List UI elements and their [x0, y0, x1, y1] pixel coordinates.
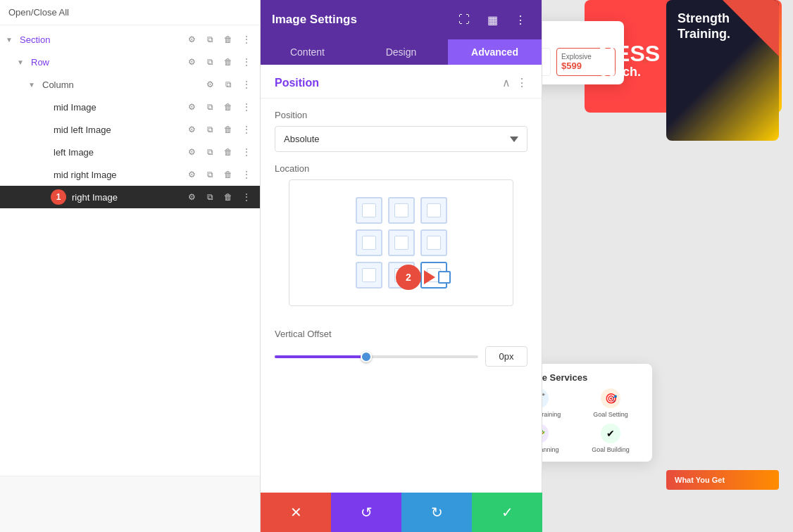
active-location-indicator: [438, 271, 451, 284]
slider-thumb[interactable]: [361, 351, 372, 362]
position-section-title: Position: [275, 77, 319, 89]
position-field-label: Position: [275, 110, 527, 120]
tree-item-left-image[interactable]: left Image ⚙ ⧉ 🗑 ⋮: [0, 141, 260, 163]
grid-cell-mid-center[interactable]: [388, 229, 415, 256]
tab-advanced[interactable]: Advanced: [448, 39, 542, 65]
service2-name: Goal Setting: [593, 411, 628, 418]
settings-header: Image Settings ⛶ ▦ ⋮: [261, 0, 542, 39]
position-section-header: Position ∧ ⋮: [261, 65, 542, 99]
strength-card: Strength Training.: [666, 0, 779, 141]
settings-body: Position ∧ ⋮ Position Absolute Static Re…: [261, 65, 542, 532]
footer-buttons: ✕ ↺ ↻ ✓: [261, 493, 542, 532]
row-duplicate-btn[interactable]: ⧉: [202, 54, 218, 70]
position-more-btn[interactable]: ⋮: [516, 76, 527, 89]
mid-image-settings-btn[interactable]: ⚙: [184, 99, 199, 115]
mid-image-delete-btn[interactable]: 🗑: [220, 99, 236, 115]
more-options-icon[interactable]: ⋮: [511, 10, 530, 30]
vertical-offset-label: Vertical Offset: [275, 329, 527, 339]
cancel-button[interactable]: ✕: [261, 493, 331, 532]
confirm-button[interactable]: ✓: [472, 493, 542, 532]
header-actions: ⛶ ▦ ⋮: [454, 10, 530, 30]
column-more-btn[interactable]: ⋮: [239, 77, 254, 92]
mid-right-image-delete-btn[interactable]: 🗑: [220, 167, 236, 182]
position-select[interactable]: Absolute Static Relative Fixed: [275, 126, 527, 152]
tree-item-mid-left-image[interactable]: mid left Image ⚙ ⧉ 🗑 ⋮: [0, 118, 260, 141]
mid-left-image-delete-btn[interactable]: 🗑: [220, 122, 236, 137]
position-collapse-btn[interactable]: ∧: [502, 76, 511, 89]
services-card: One Time Services 🏋 Weight Training 🎯 Go…: [542, 364, 652, 462]
location-field-label: Location: [275, 163, 527, 174]
mid-image-duplicate-btn[interactable]: ⧉: [202, 99, 218, 115]
service-1: 🏋 Weight Training: [542, 388, 572, 418]
row-arrow[interactable]: ▼: [17, 58, 28, 66]
vertical-offset-value[interactable]: 0px: [485, 346, 527, 367]
row-delete-btn[interactable]: 🗑: [220, 54, 236, 70]
tree-item-column[interactable]: ▼ Column ⚙ ⧉ ⋮: [0, 73, 260, 96]
tree-item-row[interactable]: ▼ Row ⚙ ⧉ 🗑 ⋮: [0, 51, 260, 73]
row-more-btn[interactable]: ⋮: [239, 54, 254, 70]
grid-cell-top-right[interactable]: [420, 197, 447, 224]
what-you-get-banner: What You Get: [666, 470, 779, 490]
left-image-settings-btn[interactable]: ⚙: [184, 144, 199, 160]
section-more-btn[interactable]: ⋮: [239, 32, 254, 47]
redo-button[interactable]: ↻: [401, 493, 472, 532]
mid-left-image-more-btn[interactable]: ⋮: [239, 122, 254, 137]
mid-right-image-more-btn[interactable]: ⋮: [239, 167, 254, 182]
top-bar: Open/Close All: [0, 0, 260, 25]
grid-cell-mid-left[interactable]: [356, 229, 382, 256]
layer-tree: ▼ Section ⚙ ⧉ 🗑 ⋮ ▼ Row ⚙ ⧉ 🗑 ⋮ ▼ Column: [0, 25, 260, 476]
tab-content[interactable]: Content: [261, 39, 354, 65]
section-delete-btn[interactable]: 🗑: [220, 32, 236, 47]
plan1-name: Momentum: [542, 53, 546, 61]
left-image-actions: ⚙ ⧉ 🗑 ⋮: [184, 144, 254, 160]
right-image-settings-btn[interactable]: ⚙: [184, 189, 199, 205]
left-image-duplicate-btn[interactable]: ⧉: [202, 144, 218, 160]
service3-icon: 🥗: [542, 424, 549, 443]
section-arrow[interactable]: ▼: [6, 36, 17, 44]
expand-icon[interactable]: ⛶: [454, 10, 474, 30]
service-2: 🎯 Goal Setting: [577, 388, 644, 418]
section-duplicate-btn[interactable]: ⧉: [202, 32, 218, 47]
mid-right-image-label: mid right Image: [51, 170, 184, 180]
section-settings-btn[interactable]: ⚙: [184, 32, 199, 47]
service1-name: Weight Training: [542, 411, 561, 418]
tree-item-section[interactable]: ▼ Section ⚙ ⧉ 🗑 ⋮: [0, 28, 260, 51]
grid-cell-top-center[interactable]: [388, 197, 415, 224]
mid-right-image-settings-btn[interactable]: ⚙: [184, 167, 199, 182]
fitness-subtitle: Coach.: [599, 65, 660, 80]
tree-item-mid-right-image[interactable]: mid right Image ⚙ ⧉ 🗑 ⋮: [0, 163, 260, 186]
mid-left-image-settings-btn[interactable]: ⚙: [184, 122, 199, 137]
right-image-actions: ⚙ ⧉ 🗑 ⋮: [184, 189, 254, 205]
right-image-duplicate-btn[interactable]: ⧉: [202, 189, 218, 205]
service2-icon: 🎯: [601, 388, 620, 408]
right-image-delete-btn[interactable]: 🗑: [220, 189, 236, 205]
mid-left-image-label: mid left Image: [51, 125, 184, 135]
services-title: One Time Services: [542, 372, 644, 383]
service4-icon: ✔: [601, 424, 620, 443]
tree-item-mid-image[interactable]: mid Image ⚙ ⧉ 🗑 ⋮: [0, 96, 260, 118]
position-section-controls: ∧ ⋮: [502, 76, 527, 89]
tab-design[interactable]: Design: [354, 39, 448, 65]
grid-cell-bot-left[interactable]: [356, 262, 382, 289]
left-image-more-btn[interactable]: ⋮: [239, 144, 254, 160]
tree-item-right-image[interactable]: 1 right Image ⚙ ⧉ 🗑 ⋮: [0, 186, 260, 208]
mid-image-label: mid Image: [51, 102, 184, 113]
location-grid-container[interactable]: 2: [289, 179, 513, 306]
undo-button[interactable]: ↺: [331, 493, 401, 532]
open-close-all-button[interactable]: Open/Close All: [8, 7, 69, 18]
columns-icon[interactable]: ▦: [482, 10, 502, 30]
slider-track[interactable]: [275, 355, 478, 358]
grid-cell-top-left[interactable]: [356, 197, 382, 224]
left-image-delete-btn[interactable]: 🗑: [220, 144, 236, 160]
column-settings-btn[interactable]: ⚙: [202, 77, 218, 92]
mid-right-image-duplicate-btn[interactable]: ⧉: [202, 167, 218, 182]
settings-tabs: Content Design Advanced: [261, 39, 542, 65]
grid-cell-mid-right[interactable]: [420, 229, 447, 256]
mid-left-image-duplicate-btn[interactable]: ⧉: [202, 122, 218, 137]
vertical-offset-section: Vertical Offset 0px: [261, 317, 542, 378]
mid-image-more-btn[interactable]: ⋮: [239, 99, 254, 115]
row-settings-btn[interactable]: ⚙: [184, 54, 199, 70]
right-image-more-btn[interactable]: ⋮: [239, 189, 254, 205]
column-arrow[interactable]: ▼: [28, 81, 39, 89]
column-duplicate-btn[interactable]: ⧉: [220, 77, 236, 92]
